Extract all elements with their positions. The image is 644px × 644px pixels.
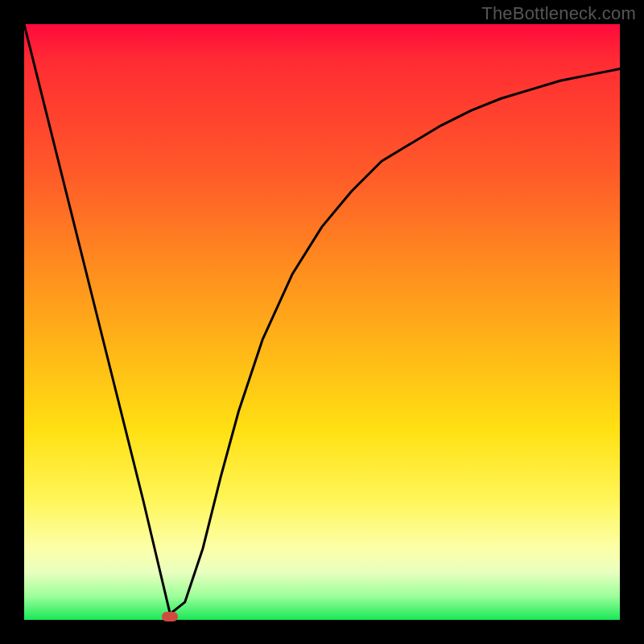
attribution-text: TheBottleneck.com [481, 3, 636, 24]
bottleneck-curve-path [24, 24, 620, 614]
plot-area [24, 24, 620, 620]
curve-svg [24, 24, 620, 620]
optimum-marker [162, 612, 178, 621]
chart-frame: TheBottleneck.com [0, 0, 644, 644]
